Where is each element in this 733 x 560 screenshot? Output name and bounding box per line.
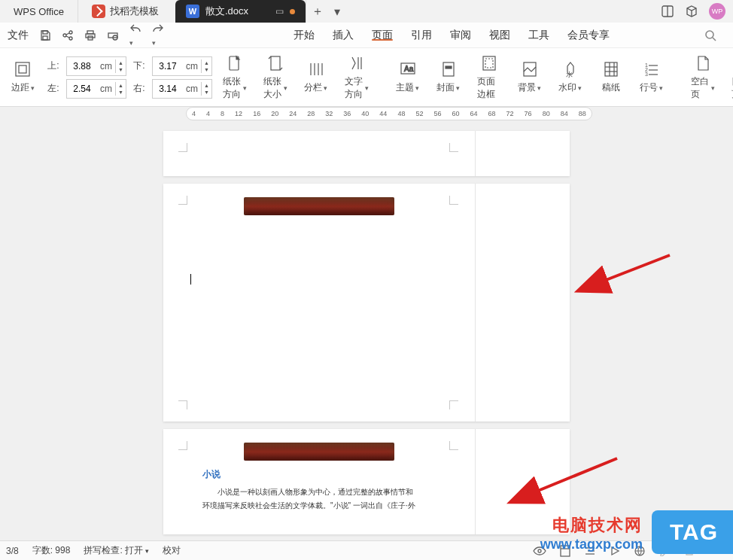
outline-view-icon[interactable] [584, 546, 596, 556]
margin-right-label: 右: [131, 82, 148, 95]
menu-vip[interactable]: 会员专享 [558, 29, 619, 42]
orientation-button[interactable]: 纸张方向▾ [217, 53, 253, 102]
save-icon[interactable] [39, 29, 51, 41]
svg-line-46 [534, 458, 617, 492]
margin-right-input[interactable]: 3.14 cm ▲▼ [152, 79, 212, 99]
tab-overflow-button[interactable]: ▾ [328, 0, 346, 23]
svg-point-47 [538, 549, 541, 552]
eye-icon[interactable] [533, 546, 546, 556]
toc-page-button[interactable]: 目录页 [725, 53, 733, 102]
line-number-button[interactable]: 123 行号▾ [634, 59, 670, 96]
panel-icon[interactable] [661, 5, 674, 18]
margin-top-label: 上: [45, 59, 62, 72]
svg-point-5 [69, 31, 72, 34]
background-button[interactable]: 背景▾ [512, 59, 548, 96]
horizontal-ruler[interactable]: 44 812 1620 2428 3236 4044 4852 5660 646… [0, 107, 733, 123]
menu-insert[interactable]: 插入 [324, 29, 363, 42]
file-menu[interactable]: 文件 [8, 29, 29, 42]
header-image [244, 197, 394, 215]
header-image [244, 443, 394, 461]
redo-icon[interactable]: ▾ [152, 23, 164, 48]
menu-review[interactable]: 审阅 [441, 29, 480, 42]
columns-button[interactable]: 分栏▾ [298, 59, 334, 96]
margin-top-input[interactable]: 3.88 cm ▲▼ [66, 56, 126, 76]
text-direction-button[interactable]: 文字方向▾ [339, 53, 375, 102]
svg-point-12 [706, 31, 713, 38]
web-view-icon[interactable] [634, 545, 646, 557]
margin-values: 上: 3.88 cm ▲▼ 下: 3.17 cm ▲▼ 左: 2.54 cm ▲… [45, 56, 212, 99]
margin-top-value: 3.88 [67, 61, 97, 72]
margin-left-input[interactable]: 2.54 cm ▲▼ [66, 79, 126, 99]
print-icon[interactable] [84, 29, 96, 41]
status-spellcheck[interactable]: 拼写检查: 打开 ▾ [84, 544, 149, 557]
svg-line-13 [713, 38, 716, 41]
menu-view[interactable]: 视图 [480, 29, 519, 42]
status-proofread[interactable]: 校对 [163, 544, 181, 557]
svg-rect-48 [561, 546, 570, 556]
play-icon[interactable] [610, 546, 620, 556]
window-minimize-icon[interactable]: ▭ [275, 6, 284, 17]
svg-rect-27 [485, 59, 493, 68]
annotation-arrow-icon [527, 455, 625, 500]
paper-size-button[interactable]: 纸张大小▾ [257, 53, 294, 102]
svg-point-6 [69, 37, 72, 40]
svg-text:Aa: Aa [404, 65, 414, 73]
menu-start[interactable]: 开始 [284, 29, 324, 42]
svg-rect-15 [19, 65, 26, 73]
status-word-count[interactable]: 字数: 998 [32, 544, 71, 557]
ribbon-search-icon[interactable] [692, 29, 728, 41]
tab-current-document[interactable]: W 散文.docx ▭ [175, 0, 306, 23]
svg-rect-2 [43, 31, 47, 34]
menu-page[interactable]: 页面 [363, 29, 402, 42]
page-2[interactable] [163, 184, 570, 422]
margin-left-value: 2.54 [67, 84, 97, 94]
page-fragment-top [163, 131, 570, 176]
user-avatar[interactable]: WP [709, 3, 725, 20]
watermark-button[interactable]: 水 水印▾ [552, 59, 589, 96]
unsaved-dot-icon [290, 9, 295, 14]
draft-paper-button[interactable]: 稿纸 [593, 59, 629, 96]
menu-reference[interactable]: 引用 [402, 29, 441, 42]
svg-text:3: 3 [645, 72, 648, 77]
svg-text:水: 水 [566, 71, 573, 78]
cover-button[interactable]: 封面▾ [430, 59, 467, 96]
doc-heading: 小说 [202, 468, 458, 481]
annotation-arrow-icon [595, 251, 677, 289]
svg-rect-30 [605, 62, 617, 76]
share-icon[interactable] [62, 29, 74, 41]
template-tab-label: 找稻壳模板 [110, 5, 159, 18]
ribbon-page: 边距▾ 上: 3.88 cm ▲▼ 下: 3.17 cm ▲▼ 左: 2.54 … [0, 48, 733, 107]
new-tab-button[interactable]: ＋ [306, 0, 328, 23]
margin-bottom-value: 3.17 [153, 61, 183, 72]
status-bar: 3/8 字数: 998 拼写检查: 打开 ▾ 校对 40% [0, 540, 733, 560]
svg-rect-25 [446, 66, 452, 68]
spin-up-icon[interactable]: ▲ [116, 59, 126, 66]
blank-page-button[interactable]: 空白页▾ [685, 53, 721, 102]
menu-tools[interactable]: 工具 [519, 29, 558, 42]
svg-rect-24 [443, 62, 454, 76]
page-border-button[interactable]: 页面边框 [471, 53, 507, 102]
doc-paragraph: 环境描写来反映社会生活的文学体裁。"小说" 一词出自《庄子·外 [180, 499, 458, 513]
spin-down-icon[interactable]: ▼ [116, 66, 126, 73]
svg-point-4 [63, 34, 66, 37]
margin-right-value: 3.14 [153, 84, 183, 94]
svg-line-45 [602, 255, 670, 282]
document-canvas[interactable]: 小说 小说是一种以刻画人物形象为中心，通过完整的故事情节和 环境描写来反映社会生… [0, 123, 733, 540]
margin-bottom-label: 下: [131, 59, 148, 72]
title-bar: WPS Office 找稻壳模板 W 散文.docx ▭ ＋ ▾ WP [0, 0, 733, 23]
document-name-label: 散文.docx [205, 5, 248, 18]
app-tab-wps[interactable]: WPS Office [0, 0, 78, 23]
margins-button[interactable]: 边距▾ [5, 59, 41, 96]
undo-icon[interactable]: ▾ [129, 23, 141, 48]
margins-label: 边距 [11, 81, 29, 94]
page-layout-view-icon[interactable] [560, 545, 570, 557]
margin-left-label: 左: [45, 82, 62, 95]
theme-button[interactable]: Aa 主题▾ [390, 59, 426, 96]
print-preview-icon[interactable] [107, 29, 119, 41]
status-page[interactable]: 3/8 [6, 546, 19, 556]
svg-rect-3 [43, 36, 47, 40]
page-3[interactable]: 小说 小说是一种以刻画人物形象为中心，通过完整的故事情节和 环境描写来反映社会生… [163, 429, 570, 534]
cube-icon[interactable] [685, 5, 698, 18]
margin-bottom-input[interactable]: 3.17 cm ▲▼ [152, 56, 212, 76]
tab-template-store[interactable]: 找稻壳模板 [78, 0, 172, 23]
